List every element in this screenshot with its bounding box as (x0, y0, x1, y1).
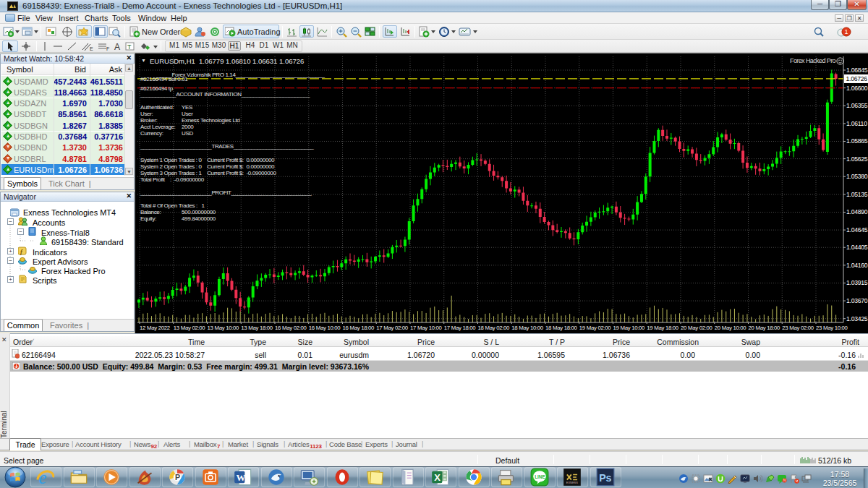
svg-text:1.06110: 1.06110 (846, 120, 867, 127)
svg-text:20 May 02:00: 20 May 02:00 (681, 325, 713, 331)
svg-text:1.06845: 1.06845 (846, 67, 868, 74)
svg-text:Ps: Ps (599, 472, 611, 484)
svg-text:1.04890: 1.04890 (846, 208, 868, 215)
svg-text:13 May 10:00: 13 May 10:00 (208, 325, 240, 331)
svg-text:20 May 18:00: 20 May 18:00 (749, 325, 781, 331)
svg-text:1.05625: 1.05625 (846, 155, 868, 163)
svg-text:20 May 10:00: 20 May 10:00 (715, 325, 747, 331)
svg-text:1.04645: 1.04645 (846, 226, 868, 234)
svg-text:18 May 10:00: 18 May 10:00 (511, 325, 544, 331)
svg-text:18 May 18:00: 18 May 18:00 (545, 325, 578, 331)
svg-text:1.04160: 1.04160 (846, 262, 868, 269)
svg-text:LINE: LINE (535, 474, 545, 479)
svg-text:16 May 18:00: 16 May 18:00 (343, 325, 375, 331)
svg-text:23 May 10:00: 23 May 10:00 (816, 325, 848, 331)
svg-text:23 May 02:00: 23 May 02:00 (782, 325, 814, 331)
svg-text:P: P (175, 473, 180, 481)
svg-text:19 May 18:00: 19 May 18:00 (647, 325, 679, 331)
svg-text:16 May 02:00: 16 May 02:00 (275, 325, 307, 331)
svg-text:17 May 18:00: 17 May 18:00 (444, 325, 477, 331)
svg-text:17 May 10:00: 17 May 10:00 (410, 325, 443, 331)
svg-text:N: N (783, 479, 786, 482)
svg-text:E: E (90, 46, 93, 51)
svg-text:1.03670: 1.03670 (846, 297, 868, 304)
svg-text:1.06600: 1.06600 (846, 85, 868, 92)
svg-text:18 May 02:00: 18 May 02:00 (478, 325, 511, 331)
svg-text:F: F (106, 46, 109, 51)
svg-text:12 May 2022: 12 May 2022 (140, 325, 170, 331)
svg-text:1.04405: 1.04405 (846, 244, 868, 251)
svg-text:19 May 02:00: 19 May 02:00 (579, 325, 612, 331)
svg-text:1.05865: 1.05865 (846, 137, 868, 145)
svg-text:1.05135: 1.05135 (846, 191, 868, 198)
svg-text:W: W (237, 472, 246, 483)
svg-text:X: X (434, 472, 441, 483)
svg-text:1: 1 (844, 28, 848, 35)
svg-text:19 May 10:00: 19 May 10:00 (613, 325, 646, 331)
svg-text:17 May 02:00: 17 May 02:00 (376, 325, 409, 331)
svg-text:1.06355: 1.06355 (846, 102, 868, 109)
svg-text:1.03915: 1.03915 (846, 279, 868, 286)
svg-text:T: T (127, 43, 132, 51)
svg-text:16 May 10:00: 16 May 10:00 (309, 325, 341, 331)
svg-text:1.05380: 1.05380 (846, 173, 868, 180)
svg-text:13 May 18:00: 13 May 18:00 (241, 325, 273, 331)
svg-text:1.06726: 1.06726 (846, 75, 868, 82)
svg-text:EXNESS: EXNESS (566, 481, 579, 484)
svg-text:13 May 02:00: 13 May 02:00 (174, 325, 206, 331)
svg-text:1.03425: 1.03425 (846, 315, 868, 322)
